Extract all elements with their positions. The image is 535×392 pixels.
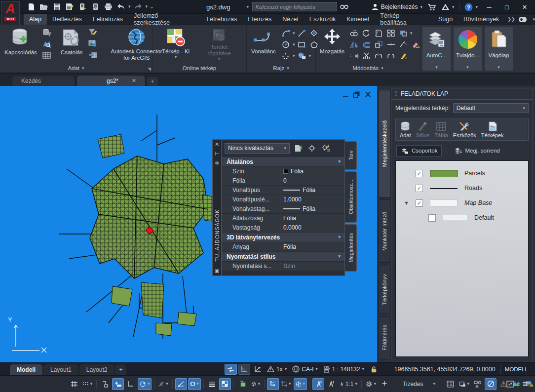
arc-dropdown[interactable]: ▾ xyxy=(293,31,295,36)
layout-tab-layout2[interactable]: Layout2 xyxy=(79,364,115,375)
prop-row-vonaltipus[interactable]: Vonaltípus Fólia xyxy=(222,185,344,195)
circle-tool-icon[interactable] xyxy=(280,39,291,49)
qat-customize-dropdown[interactable]: ⌄ xyxy=(150,4,154,9)
hatch-tool-icon[interactable] xyxy=(296,51,307,61)
osnap-tracking-toggle[interactable] xyxy=(175,378,187,390)
panel-label-rajz[interactable]: Rajz▾ xyxy=(247,64,315,73)
map-search-icon[interactable] xyxy=(41,39,52,49)
new-file-button[interactable] xyxy=(26,2,37,12)
hatch-dropdown[interactable]: ▾ xyxy=(308,54,311,58)
coordinate-system-button[interactable]: CA-I ▾ xyxy=(290,364,320,375)
erase-icon[interactable] xyxy=(410,39,421,49)
file-tab-gs2[interactable]: gs2* ✕ xyxy=(76,75,146,86)
palette-tab-megjelenites[interactable]: Megjelenítés xyxy=(345,224,357,272)
print-button[interactable] xyxy=(103,2,114,12)
parcels-swatch[interactable] xyxy=(430,170,458,177)
selection-dropdown[interactable]: Nincs kiválasztás ▾ xyxy=(225,143,290,154)
map-scale-button[interactable]: 1 : 148132 ▾ xyxy=(321,364,366,375)
tab-beillesztes[interactable]: Beillesztés xyxy=(47,14,87,25)
tp-adat-button[interactable]: Adat xyxy=(400,121,411,138)
isometric-toggle[interactable] xyxy=(252,364,264,375)
section-nyomtatasi[interactable]: Nyomtatási stílus▾ xyxy=(222,251,344,261)
polar-tracking-toggle[interactable]: ▾ xyxy=(138,378,152,390)
minimize-button[interactable]: ─ xyxy=(483,2,496,12)
workspace-gear-button[interactable]: ▾ xyxy=(364,378,378,390)
dynamic-ucs-toggle[interactable] xyxy=(267,378,279,390)
layout-tab-modell[interactable]: Modell xyxy=(10,364,42,375)
prop-row-folia[interactable]: Fólia 0 xyxy=(222,176,344,185)
app-store-icon[interactable] xyxy=(427,3,436,11)
rotate-icon[interactable] xyxy=(361,28,372,38)
roads-checkbox[interactable]: ✓ xyxy=(416,185,423,192)
file-tab-close-icon[interactable]: ✕ xyxy=(132,78,136,84)
overlap-order-icon[interactable] xyxy=(398,28,409,38)
roads-swatch[interactable] xyxy=(430,188,458,189)
redo-dropdown[interactable]: ▾ xyxy=(146,4,148,9)
lock-ui-button[interactable]: ▾ xyxy=(458,378,471,390)
customization-menu-button[interactable]: ≡ xyxy=(519,378,531,390)
annotation-autoscale-toggle[interactable] xyxy=(325,378,337,390)
annotation-monitor-button[interactable]: 1x ▾ xyxy=(265,364,289,375)
select-objects-icon[interactable] xyxy=(306,143,317,153)
3d-osnap-toggle[interactable]: ▾ xyxy=(249,378,262,390)
kapcsolodas-button[interactable]: Kapcsolódás xyxy=(2,27,39,62)
scale-lock-icon[interactable] xyxy=(368,364,380,375)
tab-letrehozas[interactable]: Létrehozás xyxy=(201,14,242,25)
transparency-toggle[interactable] xyxy=(219,378,231,390)
edit-pencil-icon[interactable] xyxy=(398,51,409,61)
tp-eszkozok-button[interactable]: Eszközök xyxy=(453,121,476,138)
palette-tab-objektum[interactable]: Objektumosz... xyxy=(345,171,357,223)
undo-button[interactable] xyxy=(115,2,126,12)
copy-icon[interactable] xyxy=(348,28,359,38)
units-button[interactable]: Tizedes ▾ xyxy=(396,378,439,390)
megj-sorrend-button[interactable]: Megj. sorrend xyxy=(450,145,503,156)
clean-screen-button[interactable] xyxy=(504,378,516,390)
palette-autohide-icon[interactable]: ⊢ xyxy=(215,151,220,157)
quick-select-icon[interactable] xyxy=(320,143,331,153)
tab-terkepkonyv[interactable]: Térképkönyv xyxy=(379,265,390,314)
ribbon-display-toggle[interactable] xyxy=(519,17,529,22)
scissors-icon[interactable] xyxy=(361,51,372,61)
palette-close-icon[interactable]: ✕ xyxy=(215,142,219,147)
help-icon[interactable]: ? ▾ xyxy=(464,3,478,11)
toggle-pickadd-icon[interactable] xyxy=(293,143,304,153)
quick-properties-toggle[interactable] xyxy=(445,378,457,390)
prop-row-nyomtatasi[interactable]: Nyomtatási s... Szín xyxy=(222,261,344,271)
offset-icon[interactable] xyxy=(361,39,372,49)
panel-launcher-icon[interactable]: ◥ xyxy=(148,67,151,72)
prop-row-vastagsag[interactable]: Vastagság 0.0000 xyxy=(222,223,344,232)
task-pane-title-bar[interactable]: ⁞⁞ FELADATOK LAP xyxy=(391,88,533,100)
prop-row-vonalvastagsag[interactable]: Vonalvastag... Fólia xyxy=(222,204,344,213)
save-button[interactable] xyxy=(51,2,62,12)
break-icon[interactable] xyxy=(385,51,396,61)
transmit-button[interactable] xyxy=(90,2,101,12)
map-base-swatch[interactable] xyxy=(430,199,458,207)
prop-row-szin[interactable]: Szín Fólia xyxy=(222,166,344,176)
display-map-dropdown[interactable]: Default ▾ xyxy=(453,103,529,113)
image-insert-icon[interactable] xyxy=(87,39,98,49)
order-dropdown[interactable]: ▾ xyxy=(410,31,413,36)
break-at-point-icon[interactable] xyxy=(373,51,384,61)
dwg-restore-icon[interactable] xyxy=(352,90,361,98)
mozgatas-button[interactable]: Mozgatás xyxy=(318,27,346,62)
palette-properties-icon[interactable]: ✲ xyxy=(215,160,219,166)
panel-label-modositas[interactable]: Módosítás▾ xyxy=(316,64,420,73)
array-icon[interactable] xyxy=(385,28,396,38)
layer-roads[interactable]: ✓ Roads xyxy=(396,181,528,196)
map-base-checkbox[interactable]: ✓ xyxy=(416,199,423,207)
tab-nezet[interactable]: Nézet xyxy=(277,14,304,25)
gizmo-toggle[interactable]: ▾ xyxy=(294,378,307,390)
plot-device-button[interactable] xyxy=(77,2,88,12)
line-tool-icon[interactable] xyxy=(296,28,307,38)
search-icon[interactable] xyxy=(340,3,348,10)
new-layout-button[interactable]: + xyxy=(115,364,126,375)
snap-mode-toggle[interactable]: ▾ xyxy=(81,378,94,390)
lineweight-toggle[interactable] xyxy=(206,378,218,390)
trim-sheet-icon[interactable] xyxy=(373,28,384,38)
panel-label-adat[interactable]: Adat▾ xyxy=(0,64,152,73)
signin-area[interactable]: Bejelentkezés ▾ xyxy=(372,3,422,10)
tab-foldmeres[interactable]: Földmérés xyxy=(379,316,390,359)
dynamic-input-toggle[interactable] xyxy=(112,378,124,390)
isolate-objects-button[interactable] xyxy=(472,378,484,390)
tab-munkater-intezo[interactable]: Munkatér Intéző xyxy=(379,199,390,263)
